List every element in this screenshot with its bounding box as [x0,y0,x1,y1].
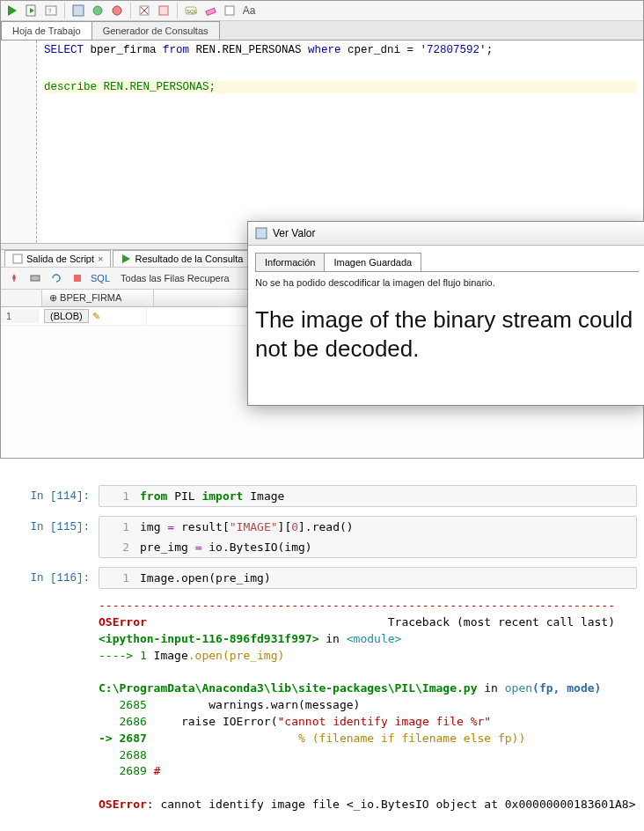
out-prompt [7,598,99,813]
code-cell[interactable]: In [116]:1Image.open(pre_img) [7,567,637,589]
tab-worksheet[interactable]: Hoja de Trabajo [1,21,92,40]
line-number: 1 [99,486,135,506]
eraser-icon[interactable] [202,3,218,18]
stop-icon[interactable] [70,270,85,286]
sql-developer-window: ? SQL Aa Hoja de Trabajo Generador de Co… [0,0,644,459]
sql-editor[interactable]: SELECT bper_firma from REN.REN_PERSONAS … [1,40,643,243]
svg-text:?: ? [48,7,52,15]
refresh-icon[interactable] [48,270,64,286]
sql-toolbar: ? SQL Aa [1,1,643,21]
view-value-dialog: Ver Valor Información Imagen Guardada No… [247,221,644,406]
blob-cell-wrapper[interactable]: (BLOB) ✎ [39,307,147,325]
svg-rect-19 [74,275,81,282]
svg-rect-15 [225,6,234,15]
commit-icon[interactable] [90,3,106,18]
line-number: 2 [99,537,135,557]
source-line[interactable]: from PIL import Image [135,486,289,506]
script-icon [12,254,23,264]
dialog-title-text: Ver Valor [273,227,315,239]
edit-icon[interactable]: ✎ [92,311,100,322]
close-icon[interactable]: × [98,254,103,264]
in-prompt: In [114]: [7,485,99,507]
cell-body[interactable]: 1img = result["IMAGE"][0].read()2pre_img… [99,516,637,558]
svg-rect-18 [31,276,40,281]
font-icon[interactable]: Aa [241,3,257,18]
editor-tabstrip: Hoja de Trabajo Generador de Consultas [1,21,643,40]
svg-marker-0 [8,5,17,16]
traceback-cell: ----------------------------------------… [7,598,637,813]
rollback-icon[interactable] [109,3,125,18]
pin-icon[interactable] [6,270,22,286]
line-number: 1 [99,517,135,537]
jupyter-notebook: In [114]:1from PIL import ImageIn [115]:… [0,476,644,831]
svg-point-7 [113,6,121,15]
svg-rect-11 [159,6,168,15]
cell-body[interactable]: 1Image.open(pre_img) [99,567,637,589]
tab-script-output[interactable]: Salida de Script × [4,250,111,267]
svg-rect-20 [256,228,267,239]
clear-icon[interactable] [136,3,152,18]
dialog-titlebar[interactable]: Ver Valor [248,222,644,246]
dialog-icon [255,227,267,239]
unshared-icon[interactable] [156,3,172,18]
tab-saved-image[interactable]: Imagen Guardada [324,253,421,271]
explain-plan-icon[interactable]: ? [43,3,59,18]
sql-history-icon[interactable]: SQL [183,3,199,18]
tab-query-builder[interactable]: Generador de Consultas [91,21,220,40]
line-number: 1 [99,568,135,588]
svg-rect-5 [73,5,84,16]
svg-rect-16 [13,254,22,263]
svg-marker-17 [122,254,130,263]
autotrace-icon[interactable] [70,3,86,18]
run-icon[interactable] [4,3,20,18]
in-prompt: In [115]: [7,516,99,558]
rownum-header [1,290,42,306]
editor-gutter [1,40,37,243]
sql-label[interactable]: SQL [91,273,110,283]
row-number: 1 [1,309,39,323]
blob-value: (BLOB) [44,309,89,323]
tab-label: Resultado de la Consulta [135,254,243,264]
svg-text:SQL: SQL [187,9,197,14]
traceback: ----------------------------------------… [99,598,637,813]
sql-code[interactable]: SELECT bper_firma from REN.REN_PERSONAS … [37,40,643,243]
code-cell[interactable]: In [115]:1img = result["IMAGE"][0].read(… [7,516,637,558]
source-line[interactable]: pre_img = io.BytesIO(img) [135,537,318,557]
in-prompt: In [116]: [7,567,99,589]
column-header[interactable]: ⊕ BPER_FIRMA [42,290,154,306]
decode-error-message: The image of the binary stream could not… [255,297,639,398]
run-icon [121,254,131,264]
run-script-icon[interactable] [24,3,40,18]
cell-body[interactable]: 1from PIL import Image [99,485,637,507]
source-line[interactable]: img = result["IMAGE"][0].read() [135,517,359,537]
print-icon[interactable] [27,270,43,286]
tab-query-result[interactable]: Resultado de la Consulta [113,250,251,267]
decode-error-status: No se ha podido descodificar la imagen d… [255,277,639,288]
svg-point-6 [93,6,102,15]
dialog-tabs: Información Imagen Guardada [255,253,639,272]
dialog-body: Información Imagen Guardada No se ha pod… [248,246,644,405]
all-rows-label: Todas las Filas Recupera [121,273,230,283]
source-line[interactable]: Image.open(pre_img) [135,568,276,588]
tab-info[interactable]: Información [255,253,325,271]
svg-rect-14 [206,8,216,15]
worksheet-icon[interactable] [222,3,238,18]
tab-label: Salida de Script [26,254,94,264]
code-cell[interactable]: In [114]:1from PIL import Image [7,485,637,507]
